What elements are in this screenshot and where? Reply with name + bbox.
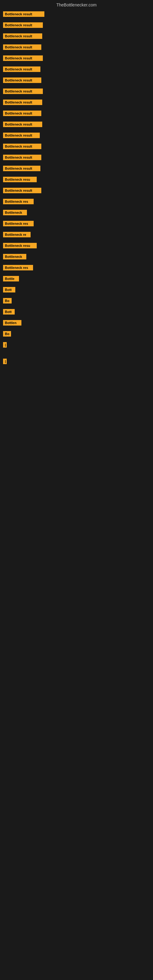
bottleneck-result-label: Bottleneck result bbox=[3, 33, 42, 39]
bottleneck-result-label: Bottleneck resu bbox=[3, 177, 37, 182]
list-item: Bottleneck res bbox=[3, 199, 150, 204]
bottleneck-result-label: Bottleneck result bbox=[3, 11, 45, 17]
bottleneck-result-label: | bbox=[3, 342, 7, 348]
bottleneck-result-label: Bottleneck result bbox=[3, 144, 41, 149]
list-item: Bottleneck result bbox=[3, 122, 150, 127]
list-item: Bottleneck res bbox=[3, 221, 150, 226]
bottleneck-result-label: Bottleneck res bbox=[3, 221, 33, 226]
list-item: Bottleneck result bbox=[3, 111, 150, 116]
list-item: Bott bbox=[3, 287, 150, 293]
list-item: Bottleneck result bbox=[3, 144, 150, 149]
list-item: Bo bbox=[3, 298, 150, 304]
list-item: Bottleneck result bbox=[3, 33, 150, 39]
bottleneck-result-label: Bott bbox=[3, 287, 15, 293]
list-item: | bbox=[3, 359, 150, 364]
list-item: Bottleneck result bbox=[3, 11, 150, 17]
bottleneck-result-label: Bottleneck result bbox=[3, 78, 41, 83]
list-item: Bottleneck bbox=[3, 254, 150, 259]
list-item: Bottlen bbox=[3, 320, 150, 326]
list-item: Bottleneck resu bbox=[3, 177, 150, 182]
bottleneck-result-label: Bottleneck result bbox=[3, 45, 41, 50]
list-item: Bottleneck result bbox=[3, 67, 150, 72]
site-title: TheBottlenecker.com bbox=[56, 2, 97, 7]
list-item: Bottleneck result bbox=[3, 188, 150, 193]
bottleneck-result-label: Bottleneck result bbox=[3, 100, 42, 105]
list-item: Bottleneck result bbox=[3, 155, 150, 160]
bottleneck-result-label: Bottleneck result bbox=[3, 111, 41, 116]
bottleneck-result-label: Bottleneck res bbox=[3, 199, 33, 204]
bottleneck-result-label: Bottleneck resu bbox=[3, 243, 37, 248]
bottleneck-result-label: Bottleneck result bbox=[3, 67, 40, 72]
bottleneck-result-label: Bottleneck re bbox=[3, 232, 30, 237]
list-item: Bottleneck resu bbox=[3, 243, 150, 248]
bottleneck-result-label: Bottleneck result bbox=[3, 122, 42, 127]
bottleneck-result-label: Bottleneck res bbox=[3, 265, 33, 270]
main-content: Bottleneck resultBottleneck resultBottle… bbox=[0, 10, 153, 388]
list-item: Bottleneck result bbox=[3, 45, 150, 50]
bottleneck-result-label: Bottleneck bbox=[3, 254, 26, 259]
list-item: Bottle bbox=[3, 276, 150, 282]
bottleneck-result-label: Bottleneck result bbox=[3, 133, 40, 138]
bottleneck-result-label: Bottleneck result bbox=[3, 56, 43, 61]
bottleneck-result-label: Bottle bbox=[3, 276, 19, 282]
list-item: Bo bbox=[3, 331, 150, 337]
list-item: Bottleneck result bbox=[3, 22, 150, 28]
list-item: Bottleneck bbox=[3, 210, 150, 215]
list-item: Bottleneck result bbox=[3, 56, 150, 61]
list-item: | bbox=[3, 342, 150, 348]
bottleneck-result-label: Bottleneck result bbox=[3, 22, 43, 28]
bottleneck-result-label: Bottleneck bbox=[3, 210, 27, 215]
header: TheBottlenecker.com bbox=[0, 0, 153, 10]
list-item: Bottleneck result bbox=[3, 100, 150, 105]
bottleneck-result-label: Bott bbox=[3, 309, 15, 315]
list-item: Bottleneck re bbox=[3, 232, 150, 237]
bottleneck-result-label: Bottleneck result bbox=[3, 188, 41, 193]
list-item: Bott bbox=[3, 309, 150, 315]
list-item: Bottleneck res bbox=[3, 265, 150, 270]
bottleneck-result-label: Bo bbox=[3, 331, 11, 337]
bottleneck-result-label: Bo bbox=[3, 298, 12, 304]
bottleneck-result-label: Bottleneck result bbox=[3, 155, 41, 160]
bottleneck-result-label: Bottleneck result bbox=[3, 166, 40, 171]
list-item: Bottleneck result bbox=[3, 166, 150, 171]
list-item: Bottleneck result bbox=[3, 78, 150, 83]
list-item: Bottleneck result bbox=[3, 133, 150, 138]
bottleneck-result-label: Bottleneck result bbox=[3, 89, 43, 94]
bottleneck-result-label: Bottlen bbox=[3, 320, 21, 326]
list-item: Bottleneck result bbox=[3, 89, 150, 94]
bottleneck-result-label: | bbox=[3, 359, 7, 364]
